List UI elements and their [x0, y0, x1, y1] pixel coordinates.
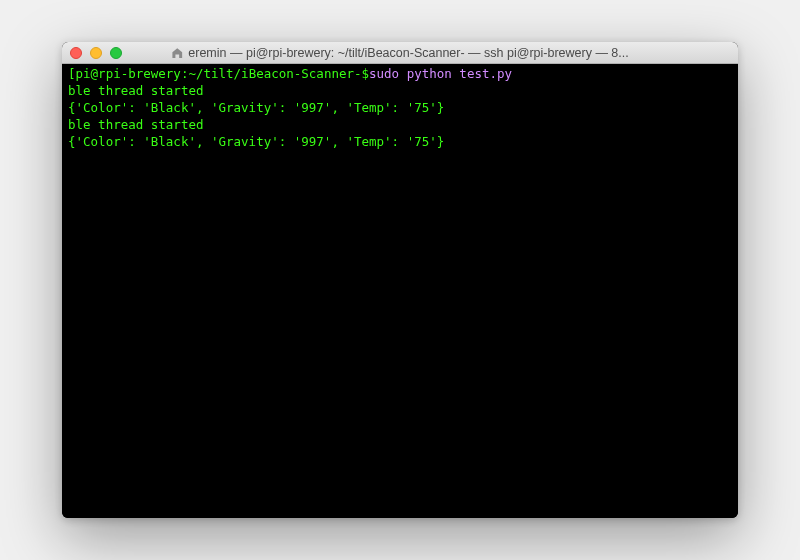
prompt-sep: :	[181, 66, 189, 83]
traffic-lights	[70, 47, 122, 59]
maximize-button[interactable]	[110, 47, 122, 59]
home-icon	[171, 47, 183, 59]
terminal-window: eremin — pi@rpi-brewery: ~/tilt/iBeacon-…	[62, 42, 738, 518]
terminal-body[interactable]: [pi@rpi-brewery:~/tilt/iBeacon-Scanner- …	[62, 64, 738, 518]
prompt-open: [	[68, 66, 76, 83]
output-line: ble thread started	[68, 83, 732, 100]
prompt-user-host: pi@rpi-brewery	[76, 66, 181, 83]
command-text: sudo python test.py	[369, 66, 512, 83]
output-line: {'Color': 'Black', 'Gravity': '997', 'Te…	[68, 134, 732, 151]
output-line: {'Color': 'Black', 'Gravity': '997', 'Te…	[68, 100, 732, 117]
prompt-close: $	[362, 66, 370, 83]
output-line: ble thread started	[68, 117, 732, 134]
close-button[interactable]	[70, 47, 82, 59]
title-content: eremin — pi@rpi-brewery: ~/tilt/iBeacon-…	[171, 46, 628, 60]
prompt-line: [pi@rpi-brewery:~/tilt/iBeacon-Scanner- …	[68, 66, 732, 83]
prompt-path: ~/tilt/iBeacon-Scanner-	[188, 66, 361, 83]
titlebar[interactable]: eremin — pi@rpi-brewery: ~/tilt/iBeacon-…	[62, 42, 738, 64]
minimize-button[interactable]	[90, 47, 102, 59]
window-title: eremin — pi@rpi-brewery: ~/tilt/iBeacon-…	[188, 46, 628, 60]
